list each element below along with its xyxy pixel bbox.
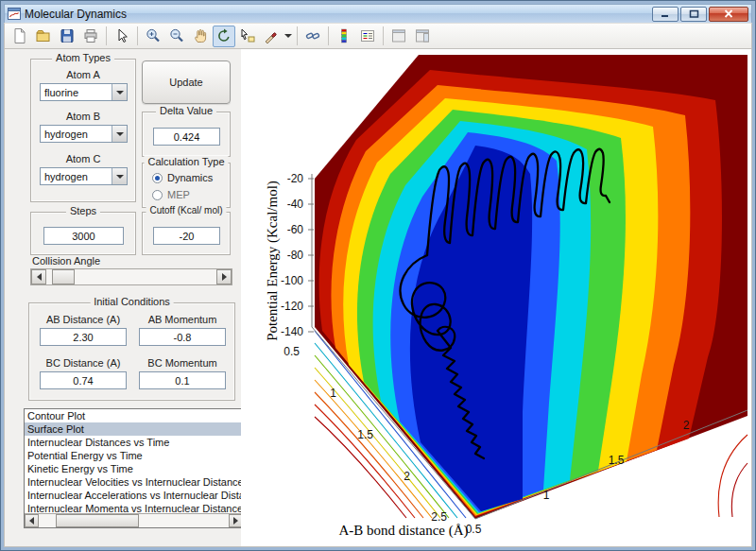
- title-bar[interactable]: Molecular Dynamics: [4, 4, 752, 23]
- minimize-button[interactable]: [652, 7, 679, 22]
- zoom-out-button[interactable]: [165, 26, 188, 47]
- atom-types-panel: Atom Types Atom A fluorine Atom B hydrog…: [30, 59, 136, 202]
- rotate-3d-icon: [215, 27, 232, 44]
- list-item[interactable]: Internuclear Distances vs Time: [25, 436, 243, 449]
- data-cursor-icon: [239, 27, 256, 44]
- list-item-selected[interactable]: Surface Plot: [25, 422, 243, 436]
- brush-data-icon: [263, 27, 280, 44]
- list-item[interactable]: Contour Plot: [25, 409, 243, 422]
- atom-c-label: Atom C: [31, 153, 135, 164]
- dynamics-radio[interactable]: Dynamics: [152, 172, 213, 183]
- arrow-left-icon: [29, 517, 34, 525]
- rotate-3d-button[interactable]: [213, 26, 235, 47]
- edit-plot-icon: [113, 27, 130, 44]
- mep-radio[interactable]: MEP: [152, 189, 190, 200]
- zoom-in-button[interactable]: [142, 26, 164, 47]
- steps-input[interactable]: [43, 227, 124, 245]
- open-file-button[interactable]: [32, 26, 55, 47]
- y-tick-label: -40: [287, 198, 304, 211]
- bc-momentum-input[interactable]: [139, 371, 226, 389]
- chevron-down-icon: [112, 168, 127, 184]
- x-tick-label: 1.5: [357, 428, 373, 441]
- list-item[interactable]: Kinetic Energy vs Time: [25, 462, 243, 475]
- slider-thumb[interactable]: [52, 269, 75, 284]
- y-tick-label: -60: [287, 223, 304, 236]
- figure-canvas: Atom Types Atom A fluorine Atom B hydrog…: [4, 49, 752, 547]
- list-item[interactable]: Internuclear Accelerations vs Internucle…: [25, 489, 243, 502]
- maximize-icon: [689, 9, 699, 18]
- plot-type-listbox[interactable]: Contour Plot Surface Plot Internuclear D…: [24, 408, 244, 528]
- z-tick-label: 2: [683, 419, 690, 432]
- calculation-type-legend: Calculation Type: [144, 156, 228, 167]
- slider-track[interactable]: [46, 269, 216, 284]
- insert-legend-button[interactable]: [356, 26, 379, 47]
- arrow-left-icon: [37, 273, 42, 281]
- scrollbar-track[interactable]: [39, 514, 229, 527]
- y-tick-label: -20: [287, 172, 304, 185]
- toolbar-separator: [137, 26, 138, 45]
- maximize-button[interactable]: [680, 7, 707, 22]
- zoom-out-icon: [168, 27, 185, 44]
- y-tick-label: -100: [281, 274, 303, 287]
- list-item[interactable]: Potential Energy vs Time: [25, 449, 243, 462]
- atom-b-select[interactable]: hydrogen: [40, 125, 128, 143]
- list-item[interactable]: Internuclear Velocities vs Internuclear …: [25, 475, 243, 489]
- pan-icon: [192, 27, 209, 44]
- surface-plot-axes[interactable]: -20 -40 -60 -80 -100 -120 -140 0.5 1 1.5…: [241, 49, 752, 547]
- close-icon: [724, 9, 733, 18]
- atom-types-legend: Atom Types: [52, 52, 114, 63]
- collision-angle-slider[interactable]: [30, 268, 232, 285]
- slider-left-arrow[interactable]: [31, 269, 46, 284]
- ab-distance-input[interactable]: [40, 328, 127, 346]
- data-cursor-button[interactable]: [236, 26, 259, 47]
- plot-type-items: Contour Plot Surface Plot Internuclear D…: [25, 409, 243, 513]
- steps-panel: Steps: [30, 212, 136, 255]
- app-window: Molecular Dynamics: [0, 0, 756, 551]
- edit-plot-button[interactable]: [111, 26, 133, 47]
- show-plot-tools-icon: [414, 27, 431, 44]
- minimize-icon: [661, 9, 670, 18]
- scrollbar-thumb[interactable]: [56, 514, 139, 527]
- listbox-hscrollbar[interactable]: [25, 513, 243, 527]
- brush-dropdown-button[interactable]: [284, 26, 293, 47]
- delta-value-legend: Delta Value: [156, 105, 216, 116]
- print-figure-button[interactable]: [79, 26, 102, 47]
- collision-angle-label: Collision Angle: [32, 255, 100, 267]
- zoom-in-icon: [145, 27, 162, 44]
- cutoff-input[interactable]: [153, 227, 220, 245]
- bc-distance-input[interactable]: [40, 371, 127, 389]
- app-icon: [8, 8, 21, 20]
- initial-conditions-panel: Initial Conditions AB Distance (A) AB Mo…: [28, 302, 235, 401]
- scrollbar-left-arrow[interactable]: [25, 514, 39, 527]
- hide-plot-tools-button[interactable]: [387, 26, 410, 47]
- y-tick-label: -140: [281, 325, 303, 338]
- toolbar-separator: [106, 26, 107, 45]
- atom-c-select[interactable]: hydrogen: [40, 167, 128, 185]
- atom-b-value: hydrogen: [41, 129, 112, 140]
- chevron-down-icon: [284, 34, 292, 38]
- y-axis-label: Potential Energy (Kcal/mol): [265, 181, 281, 341]
- new-figure-button[interactable]: [9, 26, 31, 47]
- x-tick-label: 0.5: [284, 345, 300, 358]
- save-figure-button[interactable]: [56, 26, 78, 47]
- bc-distance-label: BC Distance (A): [37, 357, 129, 369]
- atom-a-select[interactable]: fluorine: [40, 83, 128, 101]
- delta-value-input[interactable]: [153, 128, 220, 146]
- show-plot-tools-button[interactable]: [411, 26, 434, 47]
- arrow-right-icon: [233, 517, 238, 525]
- atom-b-label: Atom B: [31, 111, 135, 122]
- pan-button[interactable]: [189, 26, 212, 47]
- update-button[interactable]: Update: [142, 60, 231, 104]
- y-tick-label: -80: [287, 249, 304, 262]
- close-button[interactable]: [709, 7, 748, 22]
- open-file-icon: [35, 27, 52, 44]
- cutoff-legend: Cutoff (Kcal/ mol): [146, 205, 226, 215]
- arrow-right-icon: [222, 273, 227, 281]
- slider-right-arrow[interactable]: [216, 269, 232, 284]
- list-item[interactable]: Internuclear Momenta vs Internuclear Dis…: [25, 502, 243, 513]
- brush-data-button[interactable]: [260, 26, 283, 47]
- x-tick-label: 2: [404, 470, 410, 483]
- link-plot-button[interactable]: [301, 26, 324, 47]
- insert-colorbar-button[interactable]: [333, 26, 355, 47]
- ab-momentum-input[interactable]: [139, 328, 226, 346]
